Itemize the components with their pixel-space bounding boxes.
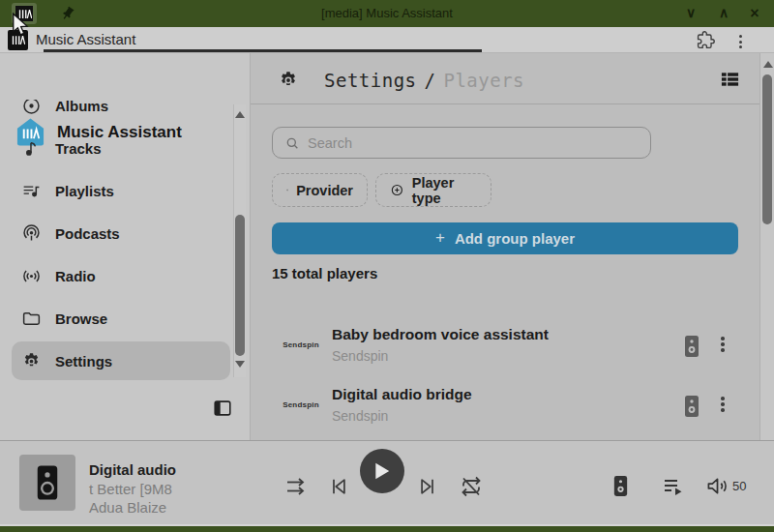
mouse-cursor xyxy=(11,13,32,36)
provider-logo: Sendspin xyxy=(276,340,326,349)
player-provider: Sendspin xyxy=(332,348,388,364)
sidebar: Music Assistant Albums Tracks Playlists xyxy=(0,53,250,440)
window-bottom-border xyxy=(0,526,774,532)
sidebar-item-tracks[interactable]: Tracks xyxy=(0,127,232,169)
loading-bar xyxy=(44,49,482,52)
album-art-placeholder[interactable] xyxy=(19,455,75,511)
now-playing-track[interactable]: t Better [9M8 xyxy=(89,481,172,497)
now-playing-bar: Digital audio t Better [9M8 Adua Blaize … xyxy=(0,440,774,525)
browser-menu-icon[interactable] xyxy=(739,35,742,48)
sidebar-nav: Albums Tracks Playlists Podcasts xyxy=(0,100,232,380)
main-scroll-up-icon[interactable] xyxy=(763,61,773,68)
extension-icon[interactable] xyxy=(697,31,715,49)
queue-icon[interactable] xyxy=(662,477,685,496)
plus-icon: + xyxy=(435,228,445,248)
now-playing-player[interactable]: Digital audio xyxy=(89,461,176,478)
search-icon xyxy=(284,135,300,151)
repeat-off-icon[interactable] xyxy=(459,475,484,498)
player-select-speaker-icon[interactable] xyxy=(611,474,630,498)
speaker-icon[interactable] xyxy=(682,394,703,419)
sidebar-scrollbar-thumb[interactable] xyxy=(235,215,245,356)
minimize-button[interactable]: ∨ xyxy=(679,0,702,27)
provider-filter-button[interactable]: Provider xyxy=(272,173,368,207)
more-icon[interactable] xyxy=(721,397,725,412)
album-icon xyxy=(21,100,42,116)
sidebar-item-albums[interactable]: Albums xyxy=(0,100,232,127)
gear-icon xyxy=(21,351,42,371)
header-divider xyxy=(251,103,760,104)
window-titlebar: [media] Music Assistant ∨ ∧ × xyxy=(0,0,774,27)
speaker-icon xyxy=(33,464,62,501)
player-name: Baby bedroom voice assistant xyxy=(332,326,549,343)
sidebar-item-radio[interactable]: Radio xyxy=(0,254,232,297)
players-count: 15 total players xyxy=(272,265,377,281)
breadcrumb-settings[interactable]: Settings xyxy=(324,70,417,91)
player-row[interactable]: Sendspin Digital audio bridge Sendspin xyxy=(251,379,754,433)
sidebar-item-playlists[interactable]: Playlists xyxy=(0,169,232,212)
search-placeholder: Search xyxy=(308,135,352,151)
folder-icon xyxy=(21,309,42,329)
radio-broadcast-icon xyxy=(21,266,42,286)
maximize-button[interactable]: ∧ xyxy=(712,0,735,27)
player-row[interactable]: Sendspin Baby bedroom voice assistant Se… xyxy=(251,319,754,373)
shuffle-icon[interactable] xyxy=(284,476,308,497)
player-type-filter-button[interactable]: Player type xyxy=(375,173,491,207)
settings-gear-icon xyxy=(278,70,299,91)
breadcrumb-separator: / xyxy=(425,70,436,91)
provider-logo: Sendspin xyxy=(276,400,326,409)
now-playing-artist[interactable]: Adua Blaize xyxy=(89,499,166,516)
skip-next-icon[interactable] xyxy=(417,477,438,496)
playlist-icon xyxy=(21,181,42,201)
main-content: Settings/Players Search Provider Player … xyxy=(250,53,774,440)
play-icon xyxy=(373,461,391,481)
speaker-icon[interactable] xyxy=(682,334,703,359)
more-icon[interactable] xyxy=(721,337,725,352)
collapse-sidebar-button[interactable] xyxy=(212,398,233,419)
player-provider: Sendspin xyxy=(332,408,388,424)
sidebar-scroll-down-icon[interactable] xyxy=(235,361,245,368)
play-button[interactable] xyxy=(360,449,404,493)
search-input[interactable]: Search xyxy=(272,127,651,159)
volume-icon[interactable] xyxy=(705,475,730,497)
sidebar-item-browse[interactable]: Browse xyxy=(0,297,232,340)
selected-item-highlight xyxy=(12,341,230,380)
skip-previous-icon[interactable] xyxy=(328,477,349,496)
table-view-icon[interactable] xyxy=(720,70,740,89)
sidebar-item-podcasts[interactable]: Podcasts xyxy=(0,212,232,254)
plus-circle-icon xyxy=(286,182,288,198)
player-name: Digital audio bridge xyxy=(332,386,472,403)
app-window: [media] Music Assistant ∨ ∧ × Music Assi… xyxy=(0,0,774,532)
music-note-icon xyxy=(21,138,42,159)
podcast-icon xyxy=(21,223,42,244)
breadcrumb-players: Players xyxy=(443,70,524,91)
sidebar-scroll-up-icon[interactable] xyxy=(235,111,245,118)
main-scrollbar-thumb[interactable] xyxy=(762,74,772,224)
volume-level: 50 xyxy=(732,479,746,493)
window-title: [media] Music Assistant xyxy=(0,0,774,27)
breadcrumb: Settings/Players xyxy=(324,70,524,91)
sidebar-item-settings[interactable]: Settings xyxy=(0,340,232,380)
plus-circle-icon xyxy=(390,182,404,198)
close-button[interactable]: × xyxy=(743,0,766,27)
add-group-player-button[interactable]: + Add group player xyxy=(272,222,738,254)
